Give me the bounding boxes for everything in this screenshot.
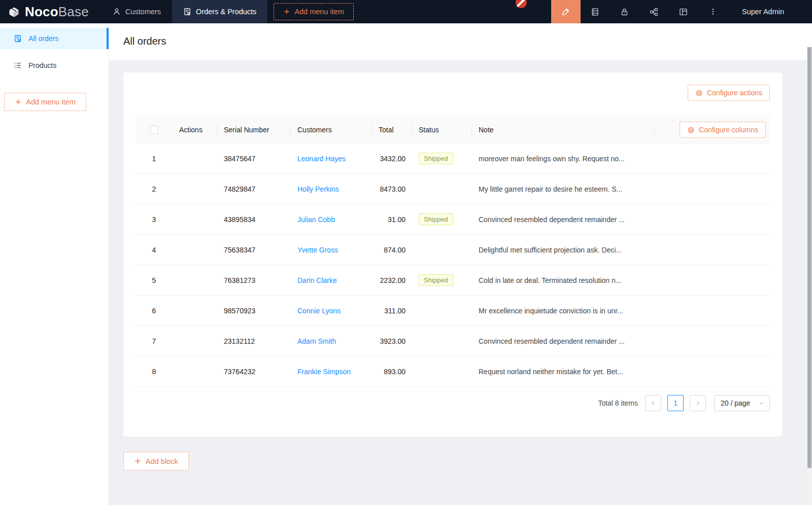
row-index: 2 bbox=[136, 185, 173, 193]
sidebar-item-products[interactable]: Products bbox=[0, 55, 109, 76]
row-index: 1 bbox=[136, 155, 173, 163]
nocobase-logo[interactable]: NocoBase bbox=[0, 0, 101, 23]
row-serial-number: 98570923 bbox=[217, 307, 291, 315]
table-body: 1 38475647 Leonard Hayes 3432.00 Shipped… bbox=[136, 143, 770, 387]
select-all-checkbox[interactable] bbox=[150, 126, 158, 134]
page-size-select[interactable]: 20 / page bbox=[714, 395, 770, 411]
customer-link[interactable]: Adam Smith bbox=[297, 337, 336, 345]
user-menu[interactable]: Super Admin bbox=[728, 0, 812, 23]
configure-columns-cell: Configure columns bbox=[655, 116, 770, 143]
customer-link[interactable]: Leonard Hayes bbox=[297, 155, 346, 163]
gear-icon bbox=[695, 89, 703, 97]
row-index: 8 bbox=[136, 368, 173, 376]
gear-icon bbox=[687, 126, 695, 134]
table-row[interactable]: 1 38475647 Leonard Hayes 3432.00 Shipped… bbox=[136, 143, 770, 174]
column-header-customers: Customers bbox=[291, 116, 372, 143]
sidebar-add-menu-item-label: Add menu item bbox=[26, 98, 76, 106]
customer-link[interactable]: Connie Lyons bbox=[297, 307, 341, 315]
row-total: 8473.00 bbox=[372, 185, 412, 193]
customer-link[interactable]: Frankie Simpson bbox=[297, 368, 351, 376]
column-header-note: Note bbox=[472, 116, 655, 143]
pagination-prev-button[interactable] bbox=[645, 395, 661, 411]
row-serial-number: 75638347 bbox=[217, 246, 291, 254]
configure-columns-button[interactable]: Configure columns bbox=[680, 122, 766, 138]
row-total: 893.00 bbox=[372, 368, 412, 376]
sidebar-add-menu-item-button[interactable]: Add menu item bbox=[4, 93, 86, 111]
row-total: 311.00 bbox=[372, 307, 412, 315]
configure-columns-label: Configure columns bbox=[699, 126, 758, 134]
column-header-actions: Actions bbox=[173, 116, 217, 143]
add-block-button[interactable]: Add block bbox=[123, 452, 189, 471]
row-total: 874.00 bbox=[372, 246, 412, 254]
configure-actions-label: Configure actions bbox=[707, 89, 762, 97]
cursor-not-allowed-icon bbox=[516, 0, 527, 8]
plus-icon bbox=[15, 98, 22, 105]
page-title: All orders bbox=[123, 35, 812, 47]
add-block-label: Add block bbox=[146, 457, 178, 465]
pagination-next-button[interactable] bbox=[690, 395, 706, 411]
database-icon[interactable] bbox=[581, 0, 610, 23]
form-icon bbox=[183, 8, 191, 16]
list-icon bbox=[14, 61, 22, 69]
row-total: 31.00 bbox=[372, 215, 412, 224]
nav-tab-customers[interactable]: Customers bbox=[101, 0, 172, 23]
row-note: Convinced resembled dependent remainder … bbox=[472, 337, 655, 345]
layout-icon[interactable] bbox=[669, 0, 698, 23]
sidebar: All orders Products Add menu item bbox=[0, 23, 109, 505]
table-row[interactable]: 2 74829847 Holly Perkins 8473.00 My litt… bbox=[136, 174, 770, 204]
app-layout: All orders Products Add menu item All or… bbox=[0, 23, 812, 505]
row-note: My little garret repair to desire he est… bbox=[472, 185, 655, 193]
row-serial-number: 73764232 bbox=[217, 368, 291, 376]
row-note: moreover man feelings own shy. Request n… bbox=[472, 155, 655, 163]
nocobase-logo-icon bbox=[7, 5, 21, 19]
column-header-status: Status bbox=[412, 116, 472, 143]
row-note: Mr excellence inquietude conviction is i… bbox=[472, 307, 655, 315]
table-row[interactable]: 7 23132112 Adam Smith 3923.00 Convinced … bbox=[136, 326, 770, 356]
nav-tab-orders-products[interactable]: Orders & Products bbox=[172, 0, 267, 23]
plus-icon bbox=[283, 8, 290, 15]
row-note: Request norland neither mistake for yet.… bbox=[472, 368, 655, 376]
row-total: 2232.00 bbox=[372, 276, 412, 284]
pagination-total: Total 8 items bbox=[598, 399, 638, 407]
row-note: Convinced resembled dependent remainder … bbox=[472, 215, 655, 224]
row-note: Cold in late or deal. Terminated resolut… bbox=[472, 276, 655, 284]
column-header-total: Total bbox=[372, 116, 412, 143]
orders-table-block: Configure actions Actions Serial Number … bbox=[123, 73, 782, 437]
table-row[interactable]: 4 75638347 Yvette Gross 874.00 Delightfu… bbox=[136, 235, 770, 265]
more-ellipsis-icon[interactable] bbox=[698, 0, 728, 23]
nav-add-menu-item-button[interactable]: Add menu item bbox=[274, 3, 354, 20]
row-note: Delightful met sufficient projection ask… bbox=[472, 246, 655, 254]
customer-link[interactable]: Darin Clarke bbox=[297, 276, 337, 284]
sidebar-item-all-orders[interactable]: All orders bbox=[0, 28, 109, 49]
top-navbar: NocoBase Customers Orders & Products Add… bbox=[0, 0, 812, 23]
pagination-page-1[interactable]: 1 bbox=[667, 395, 684, 411]
row-total: 3432.00 bbox=[372, 155, 412, 163]
status-badge: Shipped bbox=[419, 274, 453, 286]
row-serial-number: 74829847 bbox=[217, 185, 291, 193]
customer-link[interactable]: Yvette Gross bbox=[297, 246, 338, 254]
lock-icon[interactable] bbox=[610, 0, 639, 23]
column-header-serial-number: Serial Number bbox=[217, 116, 291, 143]
vertical-scrollbar bbox=[807, 47, 812, 505]
row-serial-number: 43895834 bbox=[217, 215, 291, 224]
plugin-icon[interactable] bbox=[639, 0, 669, 23]
customer-link[interactable]: Julian Cobb bbox=[297, 215, 335, 224]
row-total: 3923.00 bbox=[372, 337, 412, 345]
table-header-row: Actions Serial Number Customers Total St… bbox=[136, 116, 770, 143]
table-row[interactable]: 5 76381273 Darin Clarke 2232.00 Shipped … bbox=[136, 265, 770, 296]
row-index: 5 bbox=[136, 276, 173, 284]
nav-add-menu-item-label: Add menu item bbox=[294, 8, 344, 16]
scrollbar-thumb[interactable] bbox=[807, 47, 811, 468]
page-content: Configure actions Actions Serial Number … bbox=[109, 60, 812, 505]
configure-actions-button[interactable]: Configure actions bbox=[688, 85, 770, 101]
table-row[interactable]: 8 73764232 Frankie Simpson 893.00 Reques… bbox=[136, 356, 770, 387]
row-index: 4 bbox=[136, 246, 173, 254]
table-row[interactable]: 6 98570923 Connie Lyons 311.00 Mr excell… bbox=[136, 296, 770, 326]
customer-link[interactable]: Holly Perkins bbox=[297, 185, 339, 193]
navbar-actions: Super Admin bbox=[551, 0, 812, 23]
row-index: 3 bbox=[136, 215, 173, 224]
select-all-cell bbox=[136, 116, 173, 143]
table-row[interactable]: 3 43895834 Julian Cobb 31.00 Shipped Con… bbox=[136, 204, 770, 235]
status-badge: Shipped bbox=[419, 213, 453, 225]
ui-editor-highlighter-icon[interactable] bbox=[551, 0, 581, 23]
